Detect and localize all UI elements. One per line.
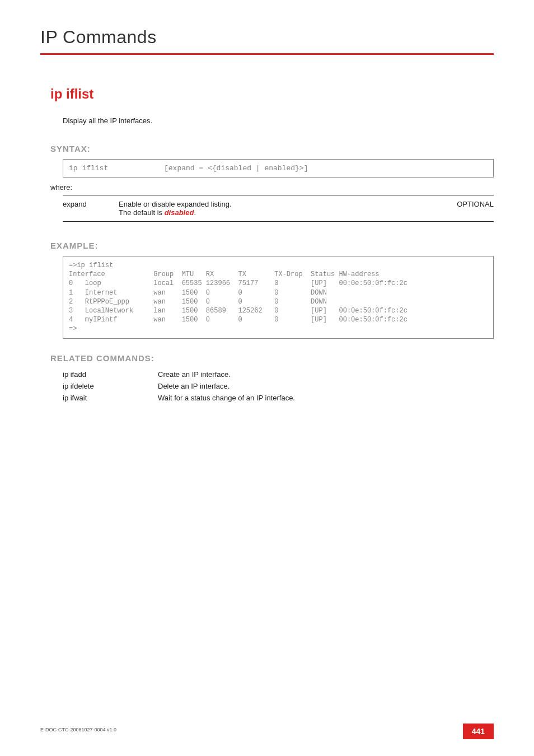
command-description: Display all the IP interfaces. (63, 116, 494, 125)
param-req: OPTIONAL (432, 195, 494, 222)
param-table: expand Enable or disable expanded listin… (63, 195, 494, 222)
related-label: RELATED COMMANDS: (50, 353, 494, 363)
command-title: ip iflist (50, 86, 494, 102)
syntax-args: [expand = <{disabled | enabled}>] (164, 164, 308, 172)
chapter-title: IP Commands (40, 27, 494, 48)
param-desc: Enable or disable expanded listing. The … (119, 195, 432, 222)
related-row: ip ifadd Create an IP interface. (63, 368, 295, 380)
related-cmd: ip ifwait (63, 392, 158, 404)
related-desc: Create an IP interface. (158, 368, 295, 380)
related-cmd: ip ifdelete (63, 380, 158, 392)
where-label: where: (50, 183, 494, 192)
footer-doc-id: E-DOC-CTC-20061027-0004 v1.0 (40, 727, 116, 732)
related-desc: Wait for a status change of an IP interf… (158, 392, 295, 404)
syntax-label: SYNTAX: (50, 144, 494, 153)
related-desc: Delete an IP interface. (158, 380, 295, 392)
related-cmd: ip ifadd (63, 368, 158, 380)
example-label: EXAMPLE: (50, 241, 494, 250)
example-box: =>ip iflist Interface Group MTU RX TX TX… (63, 256, 494, 339)
footer-page-number: 441 (463, 724, 494, 739)
param-name: expand (63, 195, 119, 222)
red-rule (40, 53, 494, 55)
related-row: ip ifwait Wait for a status change of an… (63, 392, 295, 404)
syntax-cmd: ip iflist (69, 164, 164, 172)
param-desc-em: disabled (165, 208, 194, 217)
syntax-box: ip iflist [expand = <{disabled | enabled… (63, 159, 494, 178)
param-row: expand Enable or disable expanded listin… (63, 195, 494, 222)
param-desc-post: . (194, 208, 196, 217)
related-row: ip ifdelete Delete an IP interface. (63, 380, 295, 392)
related-table: ip ifadd Create an IP interface. ip ifde… (63, 368, 295, 404)
